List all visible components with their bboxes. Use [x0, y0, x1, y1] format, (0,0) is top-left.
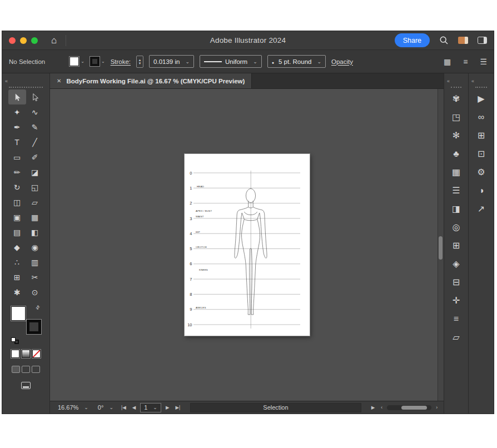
stroke-swatch[interactable]	[90, 57, 100, 66]
artboard-number-select[interactable]: 1	[140, 403, 161, 412]
width-tool[interactable]: ◫	[8, 195, 26, 210]
graph-tool[interactable]: ▥	[26, 255, 44, 270]
fill-color-control[interactable]: ⌄	[69, 57, 85, 66]
fill-color-indicator[interactable]	[11, 306, 26, 321]
draw-behind-button[interactable]	[22, 366, 30, 373]
layers-panel-icon[interactable]: ◈	[444, 255, 468, 273]
document-tab[interactable]: ✕ BodyForm Working File.ai @ 16.67 % (CM…	[50, 73, 252, 88]
generative-panel-icon[interactable]: ✻	[444, 126, 468, 145]
gradient-panel-icon[interactable]: ◨	[444, 200, 468, 218]
search-icon[interactable]	[439, 36, 449, 45]
asset-export-panel-icon[interactable]: ⊟	[444, 273, 468, 291]
opacity-link[interactable]: Opacity	[331, 58, 353, 65]
stroke-color-control[interactable]: ⌄	[90, 57, 105, 66]
eyedropper-tool[interactable]: ◆	[8, 240, 26, 255]
color-guide-panel-icon[interactable]: ▦	[444, 163, 468, 181]
paintbrush-tool[interactable]: ✐	[26, 150, 44, 165]
export-panel-icon[interactable]: ↗	[469, 200, 494, 218]
free-transform-tool[interactable]: ▱	[26, 195, 44, 210]
draw-inside-button[interactable]	[32, 366, 40, 373]
drag-handle[interactable]	[9, 87, 43, 88]
draw-normal-button[interactable]	[12, 366, 20, 373]
apps-panel-icon[interactable]: ⊞	[469, 126, 494, 145]
download-assets-panel-icon[interactable]: ⊡	[469, 145, 494, 163]
transform-panel-icon[interactable]: ✛	[444, 291, 468, 310]
symbol-sprayer-tool[interactable]: ∴	[8, 255, 26, 270]
pathfinder-panel-icon[interactable]: ▱	[444, 328, 468, 346]
last-artboard-button[interactable]: ▶|	[173, 405, 182, 410]
none-button[interactable]	[32, 350, 41, 358]
default-colors-icon[interactable]	[11, 337, 19, 344]
selection-tool[interactable]	[8, 89, 26, 104]
home-icon[interactable]: ⌂	[51, 36, 57, 45]
pen-tool[interactable]: ✒	[8, 120, 26, 135]
perspective-grid-tool[interactable]: ▦	[26, 210, 44, 225]
pencil-tool[interactable]: ✏	[8, 165, 26, 180]
stroke-weight-select[interactable]: 0.0139 in	[149, 55, 194, 68]
rectangle-tool[interactable]: ▭	[8, 150, 26, 165]
gradient-button[interactable]	[22, 350, 30, 358]
fullscreen-window-button[interactable]	[31, 37, 38, 44]
stroke-panel-link[interactable]: Stroke:	[111, 58, 131, 65]
scroll-left-icon[interactable]: ‹	[379, 405, 384, 410]
rotation-select[interactable]: 0°	[95, 403, 117, 412]
magic-wand-tool[interactable]: ✦	[8, 104, 26, 120]
mesh-tool[interactable]: ▤	[8, 225, 26, 240]
stroke-color-indicator[interactable]	[27, 320, 41, 334]
panel-toggle-icon[interactable]	[478, 37, 487, 44]
first-artboard-button[interactable]: |◀	[120, 405, 128, 410]
vertical-scrollbar-thumb[interactable]	[439, 236, 443, 260]
swap-fill-stroke-icon[interactable]: ⇄	[34, 304, 41, 311]
scroll-right-icon[interactable]: ›	[434, 405, 439, 410]
eraser-tool[interactable]: ◪	[26, 165, 44, 180]
pattern-panel-icon[interactable]: ♣	[444, 145, 468, 163]
transparency-panel-icon[interactable]: ◎	[444, 218, 468, 236]
zoom-level-select[interactable]: 16.67%	[54, 403, 92, 412]
screen-mode-button[interactable]	[21, 382, 31, 389]
panel-drag-handle[interactable]	[451, 87, 461, 88]
fill-swatch[interactable]	[69, 57, 79, 66]
minimize-window-button[interactable]	[20, 37, 27, 44]
canvas-area[interactable]: 01HEAD23APEX / BUSTWAIST4HIP5CROTCH6KNEE…	[50, 89, 444, 401]
slice-tool[interactable]: ✂	[26, 270, 44, 285]
workspace-switcher-icon[interactable]	[458, 37, 468, 44]
properties-panel-icon[interactable]: ☰	[444, 181, 468, 200]
close-window-button[interactable]	[9, 37, 16, 44]
share-button[interactable]: Share	[395, 33, 430, 47]
lasso-tool[interactable]: ∿	[26, 104, 44, 120]
horizontal-scrollbar[interactable]	[387, 405, 431, 410]
direct-selection-tool[interactable]	[26, 89, 44, 104]
settings-panel-icon[interactable]: ⚙	[469, 163, 494, 181]
menu-icon[interactable]: ☰	[480, 57, 487, 66]
zoom-tool[interactable]: ⊙	[26, 285, 44, 300]
stroke-weight-stepper[interactable]	[136, 56, 143, 68]
previous-artboard-button[interactable]: ◀	[131, 405, 138, 410]
shape-panel-icon[interactable]: ◳	[444, 108, 468, 126]
artboards-panel-icon[interactable]: ⊞	[444, 236, 468, 255]
curvature-tool[interactable]: ✎	[26, 120, 44, 135]
adjustments-panel-icon[interactable]: ◑	[469, 181, 494, 200]
vertical-scrollbar[interactable]	[438, 89, 444, 401]
blend-tool[interactable]: ◉	[26, 240, 44, 255]
dots-grid-icon[interactable]: ▦	[444, 57, 451, 66]
document-setup-icon[interactable]: ≡	[463, 57, 468, 66]
hand-tool[interactable]: ✱	[8, 285, 26, 300]
libraries-panel-icon[interactable]: ∞	[469, 108, 494, 126]
color-button[interactable]	[11, 350, 19, 358]
line-segment-tool[interactable]: ╱	[26, 135, 44, 150]
expand-panels-icon-2[interactable]: «	[471, 78, 474, 84]
align-panel-icon[interactable]: ≡	[444, 310, 468, 328]
brush-definition-select[interactable]: 5 pt. Round	[267, 55, 326, 68]
horizontal-scrollbar-thumb[interactable]	[401, 406, 427, 410]
expand-panels-icon[interactable]: «	[447, 78, 450, 84]
gradient-tool[interactable]: ◧	[26, 225, 44, 240]
rotate-tool[interactable]: ↻	[8, 180, 26, 195]
panel-drag-handle-2[interactable]	[475, 87, 487, 88]
type-tool[interactable]: T	[8, 135, 26, 150]
play-icon[interactable]: ▶	[370, 405, 377, 410]
collapse-toolbar-icon[interactable]: «	[5, 78, 8, 84]
variable-width-profile-select[interactable]: Uniform	[200, 55, 262, 68]
color-panel-icon[interactable]: ✾	[444, 89, 468, 108]
next-artboard-button[interactable]: ▶	[164, 405, 171, 410]
close-tab-icon[interactable]: ✕	[57, 78, 61, 84]
